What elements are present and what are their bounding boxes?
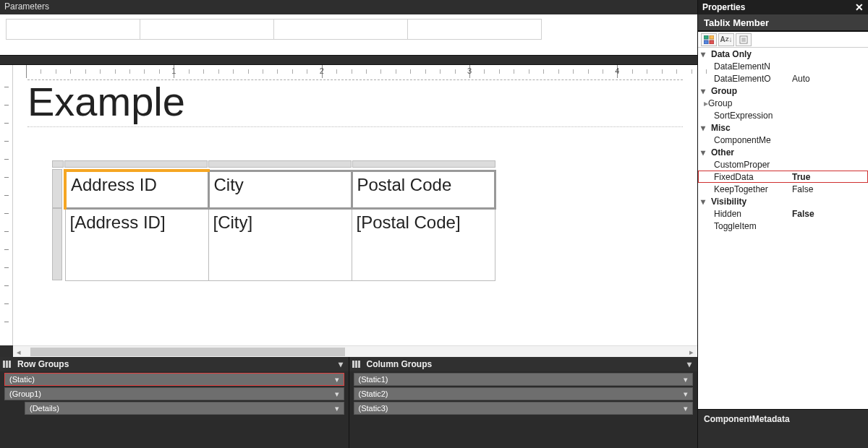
property-name: DataElementO [714,74,792,84]
report-canvas[interactable]: Example Address ID [13,78,697,345]
property-row[interactable]: KeepTogetherFalse [698,183,868,195]
row-group-menu[interactable] [335,404,339,413]
property-name: Hidden [714,209,792,219]
column-groups-icon [352,361,362,368]
property-name: SortExpression [714,111,792,121]
tablix-header-cell[interactable]: Postal Code [352,171,495,208]
tablix-column-handles[interactable] [52,160,683,168]
property-name: FixedData [714,172,792,182]
property-row[interactable]: HiddenFalse [698,207,868,220]
property-row[interactable]: DataElementN [698,60,868,72]
property-category[interactable]: Visibility [698,195,868,207]
property-category[interactable]: Other [698,146,868,158]
tablix-data-cell[interactable]: [Address ID] [65,208,208,280]
scroll-right-arrow[interactable]: ▸ [686,346,697,358]
properties-description: ComponentMetadata [698,409,868,448]
row-group-menu[interactable] [335,389,339,399]
svg-rect-3 [710,40,714,44]
property-value[interactable]: False [792,184,868,194]
row-groups-icon [3,361,13,368]
tablix-data-cell[interactable]: [City] [208,208,352,280]
row-group-item[interactable]: (Static) [4,373,344,386]
column-group-item[interactable]: (Static2) [354,387,694,400]
alphabetical-button[interactable]: AZ↓ [718,33,734,46]
vertical-ruler [0,78,13,345]
property-row[interactable]: CustomProper [698,158,868,171]
property-category[interactable]: Misc [698,121,868,134]
close-icon[interactable]: ✕ [855,1,864,13]
property-name: CustomProper [714,160,792,170]
tablix-row-handle[interactable] [52,169,62,208]
row-group-item[interactable]: (Group1) [4,387,344,400]
column-group-menu[interactable] [684,389,688,399]
property-name: ToggleItem [714,221,792,231]
property-row[interactable]: Group [698,97,868,109]
expand-icon[interactable] [701,86,711,96]
property-pages-button[interactable] [736,33,752,46]
groups-panel: Row Groups (Static)(Group1)(Details) Col… [0,357,697,448]
property-name: Group [708,98,786,108]
expand-icon[interactable] [701,147,711,158]
parameters-panel-title: Parameters [0,0,697,14]
properties-title: Properties [702,2,745,12]
svg-rect-2 [704,40,708,44]
scroll-left-arrow[interactable]: ◂ [13,346,25,358]
property-name: ComponentMe [714,135,792,145]
tablix-row-handle[interactable] [52,208,62,280]
parameters-grid[interactable] [0,14,697,55]
property-row[interactable]: ComponentMe [698,134,868,146]
properties-panel: Properties ✕ Tablix Member AZ↓ Data Only… [697,0,868,448]
property-value[interactable]: True [792,172,868,182]
expand-icon[interactable] [701,49,711,59]
scroll-thumb[interactable] [30,348,345,356]
column-group-item[interactable]: (Static1) [354,373,694,386]
tablix[interactable]: Address ID City Postal Code [Address ID]… [52,169,683,281]
properties-object-name: Tablix Member [698,14,868,32]
property-name: KeepTogether [714,184,792,194]
tablix-header-cell[interactable]: Address ID [65,171,208,208]
tablix-data-cell[interactable]: [Postal Code] [352,208,495,280]
row-group-menu[interactable] [335,375,339,384]
column-groups-menu[interactable] [684,359,694,369]
property-value[interactable]: Auto [792,74,868,84]
property-name: DataElementN [714,61,792,72]
property-row[interactable]: FixedDataTrue [698,171,868,183]
svg-rect-0 [704,35,708,39]
column-groups-title: Column Groups [367,359,433,369]
horizontal-scrollbar[interactable]: ◂ ▸ [13,345,697,357]
report-title[interactable]: Example [27,80,683,127]
property-row[interactable]: ToggleItem [698,220,868,232]
row-group-item[interactable]: (Details) [25,402,344,415]
svg-rect-1 [710,35,714,39]
row-groups-title: Row Groups [17,359,69,369]
expand-icon[interactable] [701,197,711,207]
property-row[interactable]: DataElementOAuto [698,72,868,85]
property-value[interactable]: False [792,209,868,219]
row-groups-menu[interactable] [336,359,346,369]
property-category[interactable]: Data Only [698,48,868,60]
column-group-menu[interactable] [684,404,688,413]
property-row[interactable]: SortExpression [698,109,868,121]
property-category[interactable]: Group [698,85,868,97]
expand-icon[interactable] [701,123,711,133]
column-group-item[interactable]: (Static3) [354,402,694,415]
column-group-menu[interactable] [684,375,688,384]
categorized-button[interactable] [701,33,717,46]
tablix-header-cell[interactable]: City [208,171,352,208]
